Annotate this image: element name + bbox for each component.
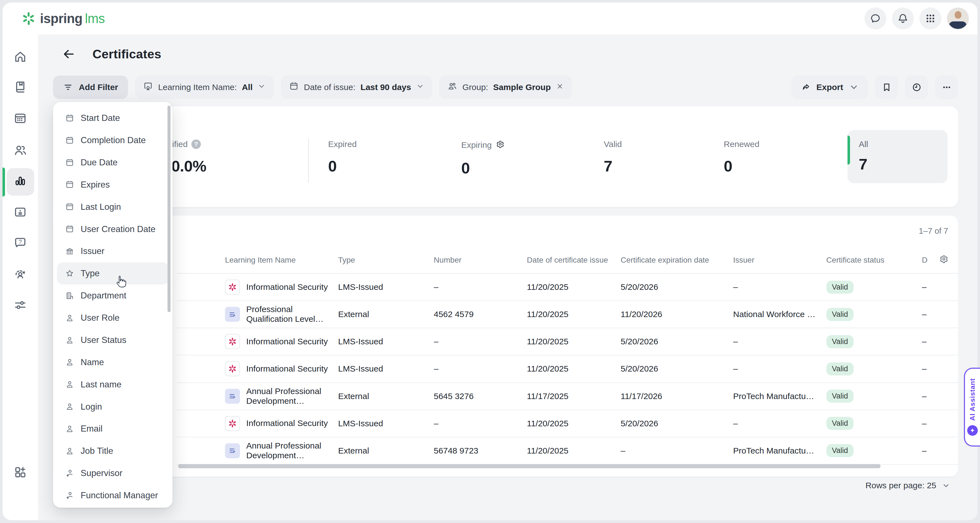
sidebar-item-kiosk[interactable] [7,199,34,227]
help-icon[interactable]: ? [191,139,201,149]
add-filter-button[interactable]: Add Filter [53,76,128,99]
menu-item-job-title[interactable]: Job Title [57,440,169,462]
menu-item-last-name[interactable]: Last name [57,373,169,395]
cell-status: Valid [826,281,922,294]
stat-expired[interactable]: Expired 0 [328,139,357,175]
menu-item-label: Due Date [81,157,118,167]
menu-item-start-date[interactable]: Start Date [57,107,169,129]
status-badge: Valid [826,390,854,403]
column-header[interactable]: Learning Item Name [225,255,338,265]
calendar-icon [65,180,75,189]
table-row[interactable]: Informational Security LMS-Issued – 11/2… [177,410,958,437]
external-certificate-icon [225,389,240,404]
user-arrow-icon [65,469,75,478]
calendar-grid-icon [13,111,27,128]
table-row[interactable]: Informational Security LMS-Issued – 11/2… [177,328,958,356]
column-header[interactable]: Certificate status [826,255,922,265]
star-icon [65,269,75,278]
export-button[interactable]: Export [791,76,868,99]
sidebar-item-settings[interactable] [7,293,34,320]
history-button[interactable] [905,76,928,99]
column-header[interactable]: Date of certificate issue [527,255,621,265]
rows-per-page[interactable]: Rows per page: 25 [865,481,950,490]
cell-number: 56748 9723 [434,446,527,456]
sidebar-item-observation[interactable] [7,262,34,290]
stat-all-card[interactable]: All 7 [848,130,948,183]
stat-renewed[interactable]: Renewed 0 [724,139,759,175]
ai-assistant-label: AI Assistant [969,378,977,421]
apps-button[interactable] [920,8,942,29]
chat-button[interactable] [864,8,886,29]
cell-learning-item: Informational Security [225,279,338,295]
stat-expiring[interactable]: Expiring 0 [461,139,505,177]
sidebar-item-calendar[interactable] [7,105,34,133]
learning-item-name: Informational Security [247,282,328,292]
export-icon [801,82,811,92]
horizontal-scrollbar[interactable] [178,464,881,469]
learning-item-name: Informational Security [247,364,328,374]
column-header[interactable]: D [922,255,939,265]
menu-item-login[interactable]: Login [57,395,169,418]
menu-item-user-role[interactable]: User Role [57,307,169,329]
menu-item-type[interactable]: Type [57,262,169,285]
learning-item-name: Informational Security [247,418,328,428]
user-icon [65,335,75,345]
add-filter-menu: Start DateCompletion DateDue DateExpires… [53,102,172,508]
table-row[interactable]: Informational Security LMS-Issued – 11/2… [177,274,958,301]
cell-d: – [922,392,939,401]
sidebar-item-reports[interactable] [7,168,34,196]
column-header[interactable]: Number [434,255,527,265]
menu-item-completion-date[interactable]: Completion Date [57,129,169,151]
menu-item-supervisor[interactable]: Supervisor [57,462,169,485]
menu-item-department[interactable]: Department [57,285,169,307]
more-icon [942,82,952,92]
menu-item-user-creation-date[interactable]: User Creation Date [57,218,169,240]
user-icon [65,402,75,411]
close-icon[interactable] [556,82,564,92]
cell-expiration-date: 11/20/2026 [620,309,733,319]
filter-chip-date-of-issue[interactable]: Date of issue: Last 90 days [281,76,433,99]
sidebar-item-home[interactable] [7,45,34,72]
table-row[interactable]: Annual Professional Development… Externa… [177,437,958,465]
filter-chip-group[interactable]: Group: Sample Group [439,76,572,99]
bookmark-button[interactable] [875,76,898,99]
menu-item-issuer[interactable]: Issuer [57,240,169,262]
calendar-icon [65,202,75,212]
column-header[interactable]: Issuer [733,255,826,265]
lms-certificate-icon [225,279,240,295]
sidebar-item-add-widgets[interactable] [7,460,34,487]
chevron-down-icon[interactable] [416,82,424,92]
chevron-down-icon[interactable] [258,82,266,92]
column-header[interactable]: Certificate expiration date [620,255,733,265]
back-button[interactable] [62,47,76,61]
cell-issuer: National Workforce … [733,309,826,319]
menu-item-due-date[interactable]: Due Date [57,151,169,174]
menu-item-name[interactable]: Name [57,351,169,373]
menu-item-expires[interactable]: Expires [57,174,169,196]
column-settings-button[interactable] [939,254,958,266]
menu-item-email[interactable]: Email [57,418,169,440]
status-badge: Valid [826,444,854,457]
menu-item-user-status[interactable]: User Status [57,329,169,351]
stat-valid[interactable]: Valid 7 [604,139,622,175]
table-row[interactable]: Annual Professional Development… Externa… [177,383,958,410]
cell-issuer: – [733,364,826,373]
sidebar-item-library[interactable] [7,74,34,101]
column-header[interactable]: Type [338,255,434,265]
stat-value: 0 [328,157,357,175]
menu-item-label: User Status [81,335,126,345]
ai-assistant-tab[interactable]: AI Assistant ✦ [964,368,980,446]
table-row[interactable]: Informational Security LMS-Issued – 11/2… [177,356,958,383]
user-avatar[interactable] [947,8,969,29]
menu-item-last-login[interactable]: Last Login [57,196,169,218]
cell-number: – [434,419,527,428]
gear-icon[interactable] [496,139,505,151]
menu-scrollbar[interactable] [167,105,170,312]
more-button[interactable] [935,76,958,99]
notifications-button[interactable] [892,8,914,29]
sidebar-item-users[interactable] [7,137,34,165]
table-row[interactable]: Professional Qualification Level… Extern… [177,301,958,328]
sidebar-item-help[interactable]: ? [7,230,34,258]
menu-item-functional-manager[interactable]: Functional Manager [57,485,169,507]
filter-chip-learning-item-name[interactable]: Learning Item Name: All [135,76,274,99]
